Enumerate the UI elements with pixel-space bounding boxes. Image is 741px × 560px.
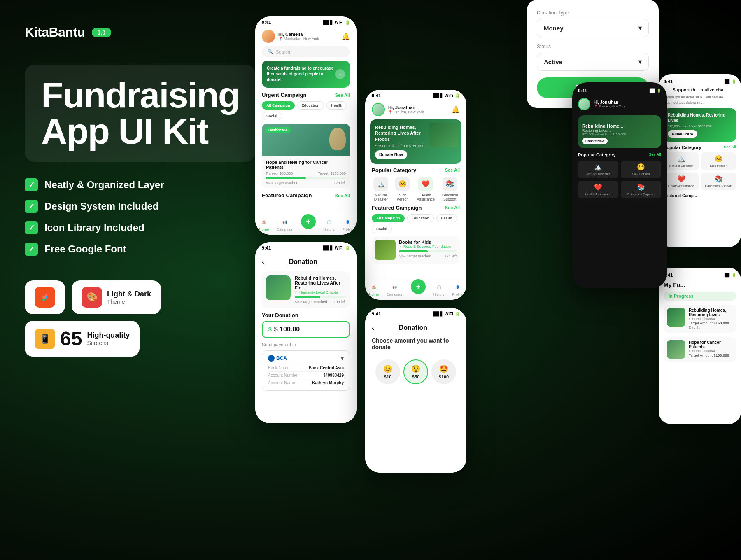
screens-badge-text: High-quality Screens bbox=[87, 331, 130, 346]
cat-education-support[interactable]: 📚 EducationSupport bbox=[442, 177, 458, 201]
campaign-image-main: Healthcare bbox=[262, 124, 350, 156]
donation-campaign-card: Rebuilding Homes, Restoring Lives After … bbox=[262, 271, 350, 308]
chevron-down-icon: ▾ bbox=[638, 24, 642, 32]
hero-banner-main: Create a fundraising to encourage thousa… bbox=[262, 61, 350, 88]
back-button[interactable]: ‹ bbox=[262, 257, 265, 266]
tag-social-second[interactable]: Social bbox=[372, 225, 392, 233]
cat-health-assistance[interactable]: ❤️ Health Assistance bbox=[417, 177, 435, 201]
featured-header-second: Featured Campaign See All bbox=[365, 205, 466, 211]
phone-right-bottom: 9:41 ▊▊🔋 My Fu... In Progress Rebuilding… bbox=[659, 268, 741, 424]
dark-cat-1[interactable]: 🏔️ Natural Disaster bbox=[578, 161, 618, 178]
chevron-up-icon: ▾ bbox=[341, 355, 344, 362]
verified-icon: ✓ bbox=[399, 245, 402, 249]
tag-education-second[interactable]: Education bbox=[407, 214, 434, 222]
bank-details-row: BCA ▾ Bank Name Bank Central Asia Accoun… bbox=[262, 350, 350, 391]
category-grid-second: 🏔️ NaturalDisaster 🤒 SickPerson ❤️ Healt… bbox=[365, 177, 466, 201]
features-list: ✓ Neatly & Organized Layer ✓ Design Syst… bbox=[25, 178, 255, 256]
rebuild-banner-right: Rebuilding Homes, Restoring Lives $75,00… bbox=[664, 108, 736, 142]
tab-profile-second[interactable]: 👤 Profile bbox=[452, 283, 463, 296]
right-campaign-info-1: Rebuilding Homes, Restoring Lives Natura… bbox=[689, 308, 733, 329]
amount-chip-100[interactable]: 🤩 $100 bbox=[431, 359, 456, 384]
tab-campaign[interactable]: 📢 Campaign bbox=[276, 218, 293, 231]
phone-main: 9:41 ▊▊▊WiFi🔋 Hi, Camelia 📍 Manhattan, N… bbox=[255, 16, 357, 235]
your-donation-label: Your Donation bbox=[255, 312, 357, 318]
right-cat-3[interactable]: ❤️ Health Assistance bbox=[664, 173, 699, 190]
dark-user-header: Hi, Jonathan 📍 Broklyn, New York bbox=[578, 98, 661, 110]
tag-social[interactable]: Social bbox=[262, 112, 282, 120]
donate-now-btn[interactable]: Donate Now bbox=[375, 150, 407, 159]
books-meta: 50% target reached 19h left bbox=[399, 254, 457, 258]
books-card-content: Books for Kids ✓ Read & Succeed Foundati… bbox=[372, 236, 460, 264]
tab-bar-main: 🏠 Home 📢 Campaign + 🕐 History 👤 Profile bbox=[255, 215, 357, 235]
tab-campaign-second[interactable]: 📢 Campaign bbox=[386, 283, 403, 296]
donate-now-right[interactable]: Donate Now bbox=[668, 130, 697, 138]
tab-history[interactable]: 🕐 History bbox=[323, 218, 335, 231]
headline-line2: App UI Kit bbox=[41, 113, 239, 149]
status-icons-second: ▊▊▊WiFi🔋 bbox=[433, 93, 460, 98]
lorem-text: Lorem ipsum dolor sit a... elit sed do e… bbox=[664, 95, 736, 105]
notification-icon-2[interactable]: 🔔 bbox=[452, 106, 460, 114]
dark-donate-btn[interactable]: Donate Now bbox=[582, 138, 608, 144]
history-icon: 🕐 bbox=[325, 218, 333, 226]
dark-cat-2[interactable]: 🤒 Sick Person bbox=[621, 161, 661, 178]
tag-health-second[interactable]: Health bbox=[436, 214, 457, 222]
back-button-dark[interactable]: ‹ bbox=[372, 323, 375, 332]
right-cat-2[interactable]: 🤒 Sick Person bbox=[701, 152, 736, 170]
tab-home[interactable]: 🏠 Home bbox=[259, 218, 269, 231]
tag-all[interactable]: All Campaign bbox=[262, 101, 295, 110]
campaign-meta-bottom: 50% target reached 12h left bbox=[266, 181, 346, 185]
phone-donation-dark: 9:41 ▊▊▊WiFi🔋 ‹ Donation Choose amount y… bbox=[365, 308, 466, 473]
donation-amount-input[interactable]: $ $ 100.00 bbox=[262, 321, 350, 338]
dark-cat-4[interactable]: 📚 Education Support bbox=[621, 181, 661, 198]
tab-add[interactable]: + bbox=[301, 221, 316, 229]
urgent-campaign-header: Urgent Campaign See All bbox=[255, 92, 357, 98]
notification-icon[interactable]: 🔔 bbox=[342, 33, 350, 40]
tab-profile[interactable]: 👤 Profile bbox=[342, 218, 353, 231]
dark-phone-content: 9:41 ▊▊🔋 Hi, Jonathan 📍 Broklyn, New Yor… bbox=[572, 82, 667, 208]
tag-education[interactable]: Education bbox=[297, 101, 324, 110]
screens-badge-main: High-quality bbox=[87, 331, 130, 340]
screens-badge-sub: Screens bbox=[87, 340, 130, 346]
right-bottom-status: 9:41 ▊▊🔋 bbox=[664, 273, 736, 278]
tag-all-second[interactable]: All Campaign bbox=[372, 214, 405, 222]
right-campaign-img-2 bbox=[667, 340, 685, 359]
donation-type-select[interactable]: Money ▾ bbox=[537, 19, 649, 37]
phone-dark-partial: 9:41 ▊▊🔋 Hi, Jonathan 📍 Broklyn, New Yor… bbox=[572, 82, 667, 288]
theme-icon: 🎨 bbox=[82, 287, 102, 308]
cat-sick-person[interactable]: 🤒 SickPerson bbox=[395, 177, 410, 201]
status-bar-main: 9:41 ▊▊▊WiFi🔋 bbox=[255, 16, 357, 26]
cat-natural-disaster[interactable]: 🏔️ NaturalDisaster bbox=[373, 177, 388, 201]
books-campaign-card: Books for Kids ✓ Read & Succeed Foundati… bbox=[372, 236, 460, 264]
tab-history-second[interactable]: 🕐 History bbox=[433, 283, 445, 296]
right-campaign-info-2: Hope for Cancer Patients Natural Disaste… bbox=[689, 340, 733, 359]
featured-header-main: Featured Campaign See All bbox=[255, 192, 357, 198]
right-popular-header: Popular Category See All bbox=[664, 145, 736, 150]
right-cat-4[interactable]: 📚 Education Support bbox=[701, 173, 736, 190]
dark-cat-grid: 🏔️ Natural Disaster 🤒 Sick Person ❤️ Hea… bbox=[578, 161, 661, 198]
hero-arrow[interactable]: › bbox=[335, 69, 345, 79]
status-select[interactable]: Active ▾ bbox=[537, 53, 649, 71]
donation-campaign-image bbox=[266, 275, 291, 300]
tab-add-second[interactable]: + bbox=[411, 286, 426, 294]
dark-cat-3[interactable]: ❤️ Health Assistance bbox=[578, 181, 618, 198]
campaign-card-main: Healthcare Hope and Healing for Cancer P… bbox=[262, 124, 350, 188]
progress-fill-main bbox=[266, 177, 306, 179]
feature-4: ✓ Free Google Font bbox=[25, 243, 255, 256]
choose-amount-label: Choose amount you want to donate bbox=[365, 337, 466, 355]
amount-chip-10[interactable]: 😊 $10 bbox=[375, 359, 400, 384]
tag-health[interactable]: Health bbox=[326, 101, 347, 110]
right-cat-1[interactable]: 🏔️ Natural Disaster bbox=[664, 152, 699, 170]
user-info-second: Hi, Jonathan 📍 Broklyn, New York bbox=[372, 103, 424, 116]
right-phone-top-content: 9:41 ▊▊🔋 Support th... realize cha... Lo… bbox=[659, 74, 741, 247]
amount-chip-50[interactable]: 😲 $50 bbox=[403, 359, 428, 384]
home-icon: 🏠 bbox=[260, 218, 268, 226]
right-phone-bottom-content: 9:41 ▊▊🔋 My Fu... In Progress Rebuilding… bbox=[659, 268, 741, 424]
phone-donation-dark-screen: 9:41 ▊▊▊WiFi🔋 ‹ Donation Choose amount y… bbox=[365, 308, 466, 473]
phone-right-top: 9:41 ▊▊🔋 Support th... realize cha... Lo… bbox=[659, 74, 741, 247]
feature-1: ✓ Neatly & Organized Layer bbox=[25, 178, 255, 191]
brand-row: KitaBantu 1.0 bbox=[25, 25, 255, 40]
popular-cat-grid-right: 🏔️ Natural Disaster 🤒 Sick Person ❤️ Hea… bbox=[664, 152, 736, 190]
campaign-meta-main: Raised: $50,000 Target: $100,000 bbox=[266, 171, 346, 175]
tab-home-second[interactable]: 🏠 Home bbox=[369, 283, 379, 296]
search-bar-main[interactable]: 🔍 Search bbox=[262, 46, 350, 57]
